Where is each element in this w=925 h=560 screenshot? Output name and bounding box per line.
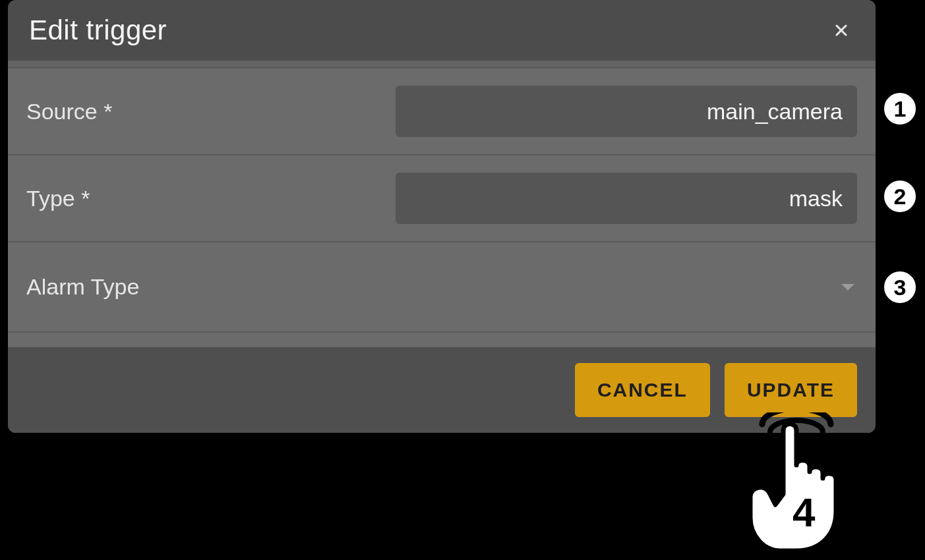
- close-icon: [832, 21, 850, 40]
- source-input[interactable]: [396, 86, 857, 137]
- alarm-type-label: Alarm Type: [26, 274, 841, 300]
- close-button[interactable]: [828, 17, 854, 43]
- type-row: Type *: [8, 155, 876, 242]
- body-padding: [8, 333, 876, 347]
- update-button[interactable]: UPDATE: [725, 363, 857, 417]
- dialog-title: Edit trigger: [29, 14, 167, 46]
- annotation-cursor-number: 4: [792, 489, 815, 536]
- annotation-badge-3: 3: [881, 268, 919, 306]
- cancel-button[interactable]: CANCEL: [575, 363, 710, 417]
- source-label: Source *: [26, 99, 396, 125]
- source-row: Source *: [8, 67, 876, 155]
- chevron-down-icon: [841, 284, 854, 291]
- type-input[interactable]: [396, 173, 857, 224]
- cursor-hand-icon: 4: [734, 412, 873, 557]
- edit-trigger-dialog: Edit trigger Source * Type * Alarm Type …: [8, 0, 876, 433]
- dialog-body: Source * Type * Alarm Type: [8, 67, 876, 347]
- annotation-badge-2: 2: [881, 177, 919, 215]
- type-label: Type *: [26, 186, 396, 211]
- annotation-badge-1: 1: [881, 90, 919, 128]
- dialog-header: Edit trigger: [8, 0, 876, 61]
- alarm-type-row[interactable]: Alarm Type: [8, 242, 876, 333]
